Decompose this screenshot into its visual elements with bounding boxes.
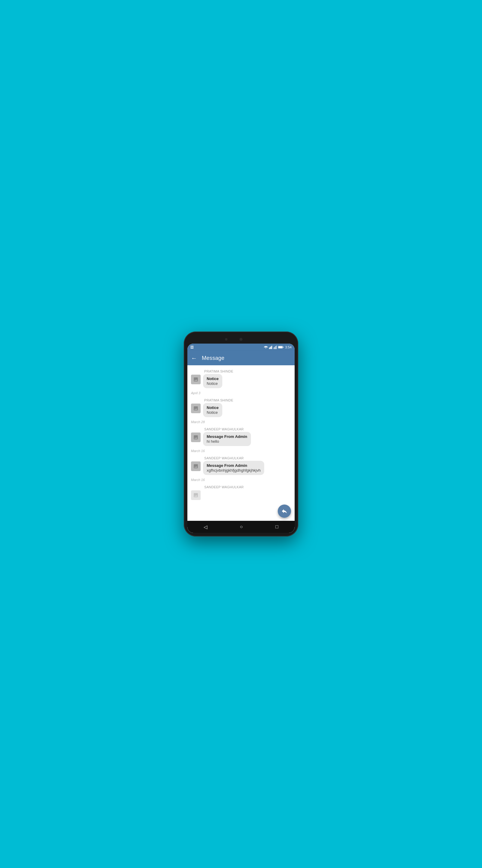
avatar-1 bbox=[191, 375, 201, 384]
message-bubble-4: Message From Admin xgfhcjvbnhjgkhfjgdhgh… bbox=[203, 461, 264, 475]
avatar-5 bbox=[191, 490, 201, 500]
svg-rect-10 bbox=[283, 347, 283, 348]
sender-name-3: SANDEEP WAGHULKAR bbox=[204, 427, 291, 431]
time-display: 3:54 bbox=[285, 345, 292, 349]
svg-rect-3 bbox=[271, 346, 272, 349]
phone-screen: 🖼 bbox=[187, 344, 295, 533]
avatar-3 bbox=[191, 433, 201, 442]
svg-rect-6 bbox=[275, 346, 276, 349]
message-row-1: Notice Notice bbox=[191, 374, 291, 388]
message-row-3: Message From Admin hi hello bbox=[191, 432, 291, 446]
image-placeholder-icon-5 bbox=[193, 493, 198, 498]
photo-icon: 🖼 bbox=[190, 345, 194, 349]
message-group-2: PRATIMA SHINDE Notice Notice bbox=[187, 397, 295, 419]
message-body-2: Notice bbox=[207, 410, 219, 415]
avatar-4 bbox=[191, 461, 201, 471]
reply-icon bbox=[281, 508, 288, 515]
phone-camera bbox=[239, 338, 243, 341]
svg-rect-9 bbox=[278, 346, 282, 348]
messages-area[interactable]: PRATIMA SHINDE Notice Notice April 3 bbox=[187, 365, 295, 521]
signal-outline-icon bbox=[274, 346, 277, 349]
date-label-3: March 16 bbox=[191, 449, 291, 453]
svg-rect-4 bbox=[274, 347, 274, 349]
back-button[interactable]: ← bbox=[191, 355, 197, 362]
message-body-3: hi hello bbox=[207, 439, 247, 444]
phone-device: 🖼 bbox=[184, 332, 298, 536]
bottom-navigation: ◁ ○ □ bbox=[187, 521, 295, 533]
phone-speaker bbox=[225, 338, 227, 341]
message-group-5: SANDEEP WAGHULKAR bbox=[187, 484, 295, 502]
image-placeholder-icon-4 bbox=[193, 464, 198, 469]
message-bubble-3: Message From Admin hi hello bbox=[203, 432, 251, 446]
back-nav-button[interactable]: ◁ bbox=[204, 524, 207, 530]
message-group-1: PRATIMA SHINDE Notice Notice bbox=[187, 368, 295, 390]
message-title-4: Message From Admin bbox=[207, 463, 261, 468]
battery-icon bbox=[278, 346, 284, 349]
message-title-1: Notice bbox=[207, 376, 219, 381]
date-label-2: March 28 bbox=[191, 420, 291, 424]
sender-name-1: PRATIMA SHINDE bbox=[204, 370, 291, 373]
avatar-2 bbox=[191, 404, 201, 413]
message-group-4: SANDEEP WAGHULKAR Message From Admin xgf… bbox=[187, 455, 295, 477]
svg-rect-1 bbox=[269, 347, 270, 349]
message-row-2: Notice Notice bbox=[191, 403, 291, 417]
signal-icon bbox=[269, 346, 272, 349]
date-label-1: April 3 bbox=[191, 391, 291, 395]
message-row-4: Message From Admin xgfhcjvbnhjgkhfjgdhgh… bbox=[191, 461, 291, 475]
home-nav-button[interactable]: ○ bbox=[240, 524, 243, 530]
toolbar-title: Message bbox=[202, 355, 224, 361]
message-body-1: Notice bbox=[207, 381, 219, 386]
message-bubble-2: Notice Notice bbox=[203, 403, 222, 417]
message-title-3: Message From Admin bbox=[207, 434, 247, 439]
svg-rect-2 bbox=[270, 346, 271, 349]
svg-rect-7 bbox=[276, 346, 277, 349]
app-toolbar: ← Message bbox=[187, 351, 295, 365]
status-bar: 🖼 bbox=[187, 344, 295, 351]
message-row-5 bbox=[191, 490, 291, 500]
date-label-4: March 16 bbox=[191, 478, 291, 482]
sender-name-4: SANDEEP WAGHULKAR bbox=[204, 456, 291, 460]
status-right-icons: 3:54 bbox=[264, 345, 292, 349]
message-group-3: SANDEEP WAGHULKAR Message From Admin hi … bbox=[187, 426, 295, 448]
sender-name-5: SANDEEP WAGHULKAR bbox=[204, 485, 291, 489]
svg-rect-0 bbox=[269, 347, 269, 349]
svg-rect-5 bbox=[275, 347, 275, 349]
message-title-2: Notice bbox=[207, 405, 219, 410]
reply-fab-button[interactable] bbox=[278, 504, 291, 518]
image-placeholder-icon bbox=[193, 377, 198, 382]
wifi-icon bbox=[264, 346, 268, 349]
message-body-4: xgfhcjvbnhjgkhfjgdhghfgkjhkjvh bbox=[207, 468, 261, 472]
recent-nav-button[interactable]: □ bbox=[275, 524, 278, 530]
image-placeholder-icon-2 bbox=[193, 406, 198, 411]
image-placeholder-icon-3 bbox=[193, 435, 198, 440]
sender-name-2: PRATIMA SHINDE bbox=[204, 398, 291, 402]
phone-top-bar bbox=[187, 335, 295, 344]
message-bubble-1: Notice Notice bbox=[203, 374, 222, 388]
status-left-icons: 🖼 bbox=[190, 345, 194, 349]
